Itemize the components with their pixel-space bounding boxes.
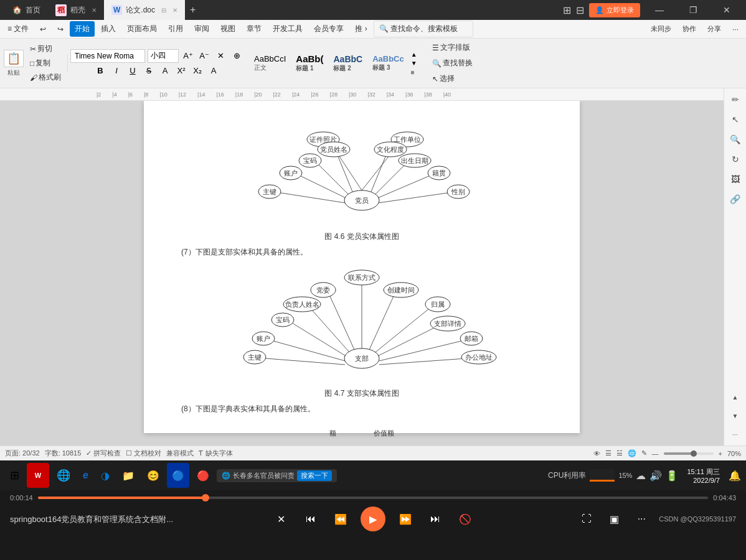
style-normal[interactable]: AaBbCcI 正文 — [250, 50, 290, 77]
cut-button[interactable]: ✂ 剪切 — [27, 42, 64, 55]
tab-doc-close[interactable]: ✕ — [172, 7, 177, 14]
back10-button[interactable]: ⏪ — [331, 509, 351, 529]
tab-daoke[interactable]: 稻 稻壳 ✕ — [48, 0, 104, 20]
progress-thumb[interactable] — [202, 494, 209, 502]
play-button[interactable]: ▶ — [361, 506, 385, 531]
progress-track[interactable] — [38, 497, 709, 499]
styles-expand[interactable]: ≡ — [411, 69, 417, 76]
doc-compare[interactable]: ☐ 文档校对 — [126, 449, 161, 458]
video-progress-container[interactable]: 0:00:14 0:04:43 — [0, 490, 746, 505]
view-icon[interactable]: 👁 — [593, 450, 600, 457]
font-color-button[interactable]: A — [158, 64, 172, 78]
web-view-icon[interactable]: 🌐 — [628, 449, 636, 457]
fwd-button[interactable]: ⏩ — [395, 509, 415, 529]
more-sidebar[interactable]: ··· — [727, 426, 744, 443]
no-kill-button[interactable]: ✕ — [271, 509, 291, 529]
style-h2[interactable]: AaBbC 标题 2 — [329, 50, 367, 77]
menu-file[interactable]: ≡ 文件 — [2, 21, 34, 37]
menu-layout[interactable]: 页面布局 — [122, 21, 162, 37]
style-h1[interactable]: AaBb( 标题 1 — [291, 50, 328, 77]
sync-button[interactable]: 未同步 — [646, 22, 676, 36]
spell-check[interactable]: ✓ 拼写检查 — [86, 449, 121, 458]
pencil-edit-icon[interactable]: ✏ — [727, 91, 744, 108]
zoom-slider[interactable] — [664, 452, 714, 455]
text-layout-button[interactable]: ☰ 文字排版 — [430, 41, 475, 54]
tab-daoke-close[interactable]: ✕ — [92, 7, 97, 14]
font-name-selector[interactable]: Times New Roma — [70, 49, 145, 63]
decrease-font-button[interactable]: A⁻ — [197, 49, 211, 63]
notifications-icon[interactable]: 🔔 — [729, 470, 741, 482]
network-icon[interactable]: ☁ — [636, 470, 646, 482]
pip-button[interactable]: ▣ — [604, 509, 624, 529]
format-paint-button[interactable]: 🖌 格式刷 — [27, 71, 64, 84]
share-button[interactable]: 分享 — [702, 22, 726, 36]
menu-member[interactable]: 会员专享 — [309, 21, 349, 37]
layout-view-icon[interactable]: ☰ — [605, 449, 611, 457]
redo-button[interactable]: ↪ — [52, 22, 68, 36]
emoji-app-icon[interactable]: 😊 — [142, 463, 164, 488]
blue-app-icon[interactable]: 🔵 — [167, 463, 189, 488]
ie-icon[interactable]: e — [78, 463, 93, 488]
subscript-button[interactable]: X₂ — [191, 64, 204, 78]
bold-button[interactable]: B — [93, 64, 107, 78]
zoom-in-icon[interactable]: 🔍 — [727, 131, 744, 148]
outline-view-icon[interactable]: ☱ — [616, 449, 623, 457]
scroll-down-sidebar[interactable]: ▼ — [727, 407, 744, 424]
menu-dev[interactable]: 开发工具 — [268, 21, 308, 37]
zoom-level[interactable]: 70% — [727, 450, 741, 457]
login-button[interactable]: 👤 立即登录 — [589, 3, 640, 17]
add-tab-button[interactable]: + — [185, 4, 201, 16]
wps-icon[interactable]: W — [27, 463, 49, 488]
no-video-button[interactable]: 🚫 — [455, 509, 475, 529]
styles-scroll-up[interactable]: ▲ — [411, 51, 417, 58]
apps-icon[interactable]: ⊟ — [576, 4, 584, 16]
speaker-icon[interactable]: 🔊 — [649, 470, 662, 482]
red-app-icon[interactable]: 🔴 — [192, 463, 214, 488]
search-button[interactable]: 搜索一下 — [297, 470, 332, 481]
folder-icon[interactable]: 📁 — [117, 463, 139, 488]
more-button[interactable]: ··· — [727, 22, 744, 36]
collab-button[interactable]: 协作 — [678, 22, 701, 36]
scroll-up-sidebar[interactable]: ▲ — [727, 388, 744, 406]
menu-insert[interactable]: 插入 — [96, 21, 121, 37]
restore-button[interactable]: ❐ — [679, 0, 707, 20]
menu-chapter[interactable]: 章节 — [242, 21, 267, 37]
format-more-button[interactable]: ⊕ — [230, 49, 243, 63]
zoom-minus[interactable]: — — [652, 450, 659, 457]
edge-icon[interactable]: ◑ — [96, 463, 115, 488]
find-replace-button[interactable]: 🔍 查找替换 — [430, 57, 475, 70]
video-more-button[interactable]: ··· — [631, 509, 651, 529]
refresh-icon[interactable]: ↻ — [727, 151, 744, 168]
select-button[interactable]: ↖ 选择 — [430, 72, 475, 85]
system-clock[interactable]: 15:11 周三 2022/9/7 — [682, 467, 725, 484]
grid-view-icon[interactable]: ⊞ — [563, 4, 571, 16]
cursor-icon[interactable]: ↖ — [727, 111, 744, 128]
menu-home[interactable]: 开始 — [70, 21, 95, 37]
styles-scroll-down[interactable]: ▼ — [411, 60, 417, 67]
browser-icon[interactable]: 🌐 — [52, 463, 75, 488]
menu-ref[interactable]: 引用 — [163, 21, 188, 37]
italic-button[interactable]: I — [110, 64, 123, 78]
highlight-button[interactable]: A — [207, 64, 220, 78]
clear-format-button[interactable]: ✕ — [214, 49, 227, 63]
search-commands[interactable]: 🔍 查找命令、搜索模板 — [374, 21, 473, 37]
image-icon[interactable]: 🖼 — [727, 170, 744, 188]
undo-button[interactable]: ↩ — [35, 22, 51, 36]
close-button[interactable]: ✕ — [712, 0, 741, 20]
next-button[interactable]: ⏭ — [425, 509, 445, 529]
tab-doc[interactable]: W 论文.doc ⊟ ✕ — [104, 0, 185, 20]
superscript-button[interactable]: X² — [174, 64, 188, 78]
document-scroll[interactable]: 党员 证件照片 工作单位 党员姓名 — [0, 88, 724, 446]
copy-button[interactable]: □ 复制 — [27, 57, 64, 70]
tab-doc-restore[interactable]: ⊟ — [161, 7, 166, 14]
underline-button[interactable]: U — [126, 64, 139, 78]
start-button[interactable]: ⊞ — [5, 463, 24, 488]
strikethrough-button[interactable]: S̶ — [142, 64, 156, 78]
link-icon[interactable]: 🔗 — [727, 190, 744, 208]
menu-review[interactable]: 审阅 — [189, 21, 214, 37]
menu-view[interactable]: 视图 — [215, 21, 240, 37]
fullscreen-button[interactable]: ⛶ — [577, 509, 597, 529]
missing-font[interactable]: Ƭ 缺失字体 — [199, 449, 232, 458]
increase-font-button[interactable]: A⁺ — [181, 49, 195, 63]
edit-view-icon[interactable]: ✎ — [641, 449, 647, 457]
